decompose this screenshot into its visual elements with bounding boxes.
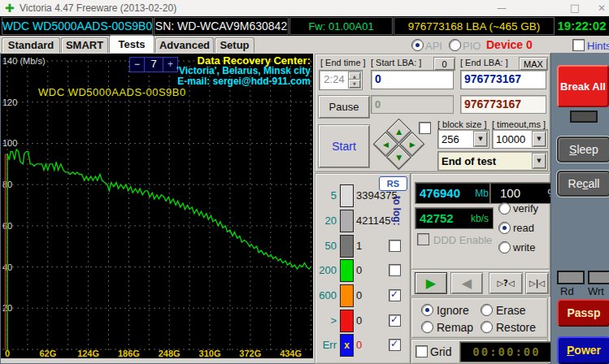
drive-model: WDC WD5000AADS-00S9B0 [2, 17, 153, 35]
max-lba-button[interactable]: MAX [519, 57, 548, 71]
chevron-down-icon[interactable]: ▼ [473, 131, 488, 147]
pio-radio[interactable] [449, 39, 461, 51]
maximize-button[interactable]: □ [563, 2, 586, 15]
erase-radio[interactable] [481, 304, 493, 316]
remap-radio[interactable] [421, 321, 433, 333]
end-action-select[interactable]: End of test ▼ [437, 151, 548, 171]
api-label: API [425, 40, 442, 52]
to-end-button[interactable]: ▷|◁ [525, 272, 549, 294]
start-lba-zero-button[interactable]: 0 [433, 57, 455, 71]
svg-text:186G: 186G [118, 349, 140, 358]
tab-advanced[interactable]: Advanced [155, 37, 214, 53]
scan-question-button[interactable]: ▷?◁ [489, 272, 523, 294]
graph-drive-title: WDC WD5000AADS-00S9B0 [38, 86, 186, 98]
end-time-label: [ End time ] [320, 58, 366, 67]
grid-timer-section: Grid 00:00:00 [411, 339, 548, 364]
bucket-err-swatch: x [340, 334, 354, 357]
clock: 19:22:02 [555, 17, 608, 33]
bucket-err-count: 0 [356, 339, 362, 351]
app-icon: ✚ [5, 2, 15, 15]
sleep-label-key: S [569, 143, 576, 156]
close-button[interactable]: ✕ [590, 2, 609, 15]
tab-standard[interactable]: Standard [2, 37, 60, 53]
passp-button[interactable]: Passp [557, 299, 609, 327]
tab-tests[interactable]: Tests [109, 35, 154, 53]
restore-radio[interactable] [481, 321, 493, 333]
bucket-600-swatch [340, 284, 354, 307]
wrt-label: Wrt [588, 285, 604, 297]
log-600-checkbox[interactable] [389, 289, 401, 301]
svg-text:62G: 62G [39, 349, 56, 358]
drive-capacity: 976773168 LBA (~465 GB) [394, 17, 555, 35]
bucket-over-count: 0 [356, 314, 362, 327]
tab-setup[interactable]: Setup [215, 37, 254, 53]
drive-firmware: Fw: 01.00A01 [289, 17, 393, 35]
recall-label-key: c [582, 177, 588, 190]
position-display: 476940 Mb [415, 182, 494, 204]
verify-label: verify [513, 202, 538, 214]
bucket-20-count: 421145 [356, 214, 390, 227]
bucket-200-count: 0 [356, 264, 362, 276]
down-arrow-icon: ▼ [396, 154, 402, 162]
hints-checkbox[interactable] [572, 39, 585, 51]
grid-checkbox[interactable] [415, 345, 428, 358]
verify-radio[interactable] [498, 202, 511, 214]
position-value: 476940 [420, 186, 460, 200]
log-over-checkbox[interactable] [389, 314, 401, 327]
sleep-button[interactable]: Sleep [557, 136, 609, 162]
playback-section: ▶ ◀ ▷?◁ ▷|◁ [411, 269, 550, 297]
start-lba-input[interactable]: 0 [371, 70, 454, 89]
err-x-icon: x [344, 340, 350, 351]
timeout-select[interactable]: 10000 ▼ [492, 129, 548, 149]
sleep-label-post: leep [576, 143, 598, 156]
play-button[interactable]: ▶ [415, 272, 447, 294]
svg-text:248G: 248G [159, 349, 181, 358]
minimize-button[interactable]: — [490, 2, 513, 15]
read-activity-indicator [557, 271, 585, 284]
rd-label: Rd [560, 285, 574, 297]
log-50-checkbox[interactable] [389, 240, 401, 252]
read-radio[interactable] [498, 222, 511, 234]
ignore-radio[interactable] [421, 304, 433, 316]
chevron-down-icon[interactable]: ▼ [532, 153, 546, 169]
write-radio[interactable] [498, 241, 511, 254]
bucket-200-swatch [340, 259, 354, 282]
nav-option-checkbox[interactable] [419, 122, 431, 134]
grid-label: Grid [430, 345, 451, 358]
start-button[interactable]: Start [318, 124, 370, 168]
scale-plus-button[interactable]: + [163, 58, 177, 72]
end-time-spinner[interactable]: 2:24 ▲ ▼ [319, 70, 363, 90]
chevron-down-icon[interactable]: ▼ [532, 131, 546, 147]
remap-label: Remap [437, 321, 473, 334]
right-arrow-icon: ▶ [409, 140, 415, 148]
svg-text:140 (Mb/s): 140 (Mb/s) [2, 56, 46, 66]
start-lba-current: 0 [371, 95, 454, 114]
svg-text:434G: 434G [280, 349, 302, 358]
recall-button[interactable]: Recall [557, 171, 609, 197]
ignore-label: Ignore [437, 304, 469, 317]
recall-label-post: all [588, 177, 599, 190]
scale-minus-button[interactable]: − [130, 58, 145, 72]
pause-button[interactable]: Pause [318, 95, 370, 119]
ddd-enable-label: DDD Enable [433, 234, 492, 246]
banner: Data Recovery Center: 'Victoria', Belaru… [176, 55, 311, 87]
victoria-window: ✚ Victoria 4.47 Freeware (2013-02-20) — … [0, 0, 609, 364]
bucket-5-count: 3394375 [356, 189, 398, 202]
svg-text:372G: 372G [239, 349, 261, 358]
break-all-button[interactable]: Break All [557, 65, 609, 107]
end-time-down-button[interactable]: ▼ [348, 79, 361, 89]
ddd-enable-checkbox[interactable] [417, 233, 429, 245]
end-lba-input[interactable]: 976773167 [460, 70, 546, 89]
power-button[interactable]: Power [557, 336, 609, 364]
drive-serial: SN: WD-WCAV9M630842 [154, 17, 289, 35]
bucket-20-swatch [340, 210, 354, 232]
write-label: write [513, 241, 535, 254]
api-radio[interactable] [411, 39, 424, 51]
log-err-checkbox[interactable] [389, 339, 401, 351]
svg-text:124G: 124G [77, 349, 99, 358]
log-200-checkbox[interactable] [389, 264, 401, 276]
block-size-select[interactable]: 256 ▼ [437, 129, 489, 149]
step-back-button[interactable]: ◀ [450, 272, 483, 294]
test-controls-section: [ End time ] 2:24 ▲ ▼ Pause Start [ Star… [315, 54, 550, 172]
tab-smart[interactable]: SMART [61, 37, 108, 53]
